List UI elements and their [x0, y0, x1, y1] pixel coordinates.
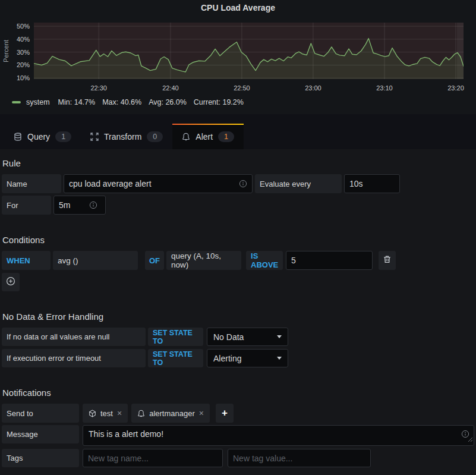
- message-label: Message: [2, 425, 79, 443]
- legend-series-name[interactable]: system: [26, 98, 50, 106]
- x-tick: 23:10: [371, 84, 398, 92]
- y-tick: 40%: [0, 36, 30, 43]
- notification-chip-test: test ×: [83, 404, 128, 423]
- add-notification-button[interactable]: +: [216, 404, 234, 423]
- evaluate-every-label: Evaluate every: [255, 174, 342, 193]
- remove-recipient-icon[interactable]: ×: [199, 409, 204, 417]
- plus-circle-icon: [6, 276, 15, 288]
- chevron-down-icon: [277, 335, 282, 338]
- query-part-selector[interactable]: query (A, 10s, now): [166, 251, 241, 270]
- chevron-down-icon: [277, 357, 282, 360]
- panel-editor-tabbar: Query 1 Transform 0 Alert 1: [0, 114, 476, 149]
- legend: system Min: 14.7%Max: 40.6%Avg: 26.0%Cur…: [12, 98, 251, 106]
- error-state-dropdown[interactable]: Alerting: [207, 349, 288, 367]
- tag-name-input[interactable]: [83, 449, 223, 467]
- y-tick: 50%: [0, 23, 30, 30]
- bell-icon: [137, 410, 145, 417]
- tags-label: Tags: [2, 449, 79, 467]
- x-tick: 23:20: [443, 84, 469, 92]
- alert-count-badge: 1: [218, 131, 234, 142]
- legend-stat: Min: 14.7%: [58, 98, 96, 106]
- tab-query[interactable]: Query 1: [4, 124, 81, 149]
- for-label: For: [2, 196, 51, 215]
- legend-stat: Current: 19.2%: [194, 98, 244, 106]
- of-keyword: OF: [145, 251, 164, 270]
- set-state-to-keyword: SET STATE TO: [148, 349, 203, 367]
- delete-condition-button[interactable]: [379, 251, 396, 270]
- x-tick: 23:00: [300, 84, 326, 92]
- y-tick: 10%: [0, 74, 30, 81]
- bell-icon: [182, 133, 190, 141]
- panel-title[interactable]: CPU Load Average: [0, 0, 476, 12]
- info-icon: [239, 180, 247, 188]
- rule-name-label: Name: [2, 174, 61, 193]
- no-data-state-dropdown[interactable]: No Data: [207, 328, 288, 346]
- trash-icon: [383, 255, 392, 266]
- tab-transform[interactable]: Transform 0: [81, 124, 172, 149]
- evaluate-every-input[interactable]: [344, 174, 400, 193]
- send-to-label: Send to: [2, 404, 79, 423]
- timeseries-graph[interactable]: [34, 23, 464, 79]
- cpu-load-plot[interactable]: [34, 23, 464, 79]
- transform-icon: [90, 133, 99, 141]
- add-condition-button[interactable]: [2, 273, 20, 291]
- rule-heading: Rule: [2, 158, 474, 168]
- aggregation-selector[interactable]: avg (): [53, 251, 138, 270]
- webhook-icon: [89, 410, 96, 417]
- y-tick: 20%: [0, 61, 30, 68]
- message-textarea[interactable]: This is a alert demo!: [83, 425, 474, 446]
- evaluator-selector[interactable]: IS ABOVE: [246, 251, 283, 270]
- error-condition-label: If execution error or timeout: [2, 349, 146, 367]
- set-state-to-keyword: SET STATE TO: [148, 328, 203, 346]
- no-data-condition-label: If no data or all values are null: [2, 328, 146, 346]
- legend-stat: Avg: 26.0%: [149, 98, 187, 106]
- tab-label: Query: [27, 132, 50, 141]
- info-icon: [89, 201, 97, 209]
- tab-label: Alert: [196, 132, 213, 141]
- series-color-swatch: [12, 101, 21, 103]
- notification-chip-alertmanager: alertmanager ×: [131, 404, 210, 423]
- remove-recipient-icon[interactable]: ×: [117, 409, 122, 417]
- resize-handle[interactable]: [468, 434, 473, 445]
- notifications-heading: Notifications: [2, 388, 474, 398]
- when-keyword: WHEN: [2, 251, 51, 270]
- rule-name-input[interactable]: [64, 174, 253, 193]
- legend-stat: Max: 40.6%: [102, 98, 141, 106]
- alert-tab-content: Rule Name Evaluate every For Conditions …: [0, 158, 476, 467]
- conditions-heading: Conditions: [2, 235, 474, 245]
- chart-panel: CPU Load Average Percent 10%20%30%40%50%…: [0, 0, 476, 114]
- transform-count-badge: 0: [147, 131, 163, 142]
- tag-value-input[interactable]: [228, 449, 371, 467]
- threshold-input[interactable]: [286, 251, 373, 270]
- tab-label: Transform: [104, 132, 141, 141]
- y-tick: 30%: [0, 49, 30, 56]
- no-data-heading: No Data & Error Handling: [2, 312, 474, 322]
- x-tick: 22:30: [86, 84, 112, 92]
- database-icon: [14, 133, 22, 141]
- tab-alert[interactable]: Alert 1: [172, 124, 244, 149]
- x-tick: 22:50: [229, 84, 255, 92]
- for-input[interactable]: [53, 196, 106, 215]
- x-tick: 22:40: [157, 84, 184, 92]
- legend-stats: Min: 14.7%Max: 40.6%Avg: 26.0%Current: 1…: [58, 98, 251, 106]
- query-count-badge: 1: [55, 131, 71, 142]
